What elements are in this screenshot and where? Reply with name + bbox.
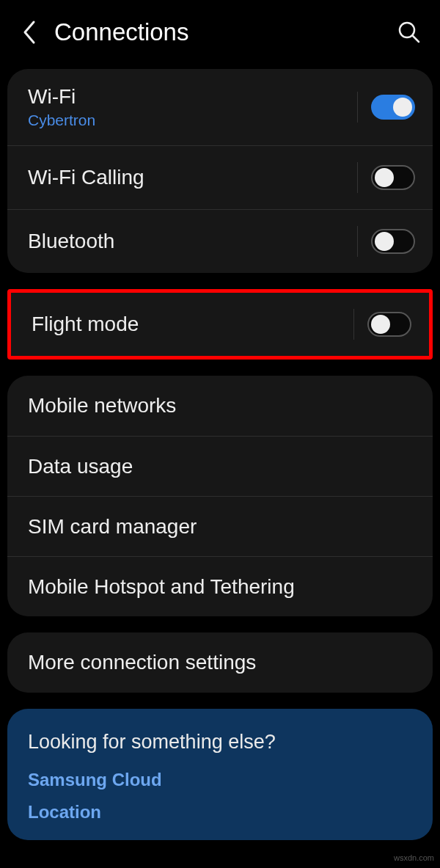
setting-bluetooth[interactable]: Bluetooth xyxy=(7,209,433,273)
chevron-left-icon xyxy=(21,20,37,45)
related-settings-card: Looking for something else? Samsung Clou… xyxy=(7,709,433,840)
header: Connections xyxy=(0,0,440,69)
bluetooth-label: Bluetooth xyxy=(28,230,357,253)
divider xyxy=(357,162,358,193)
connections-group-1: Wi-Fi Cybertron Wi-Fi Calling Bluetooth xyxy=(7,69,433,273)
svg-line-1 xyxy=(413,36,419,42)
setting-more-connection[interactable]: More connection settings xyxy=(7,632,433,693)
flight-mode-highlight: Flight mode xyxy=(7,289,433,360)
wifi-network-name: Cybertron xyxy=(28,112,357,129)
connections-group-2: Mobile networks Data usage SIM card mana… xyxy=(7,376,433,616)
bluetooth-toggle[interactable] xyxy=(371,229,415,254)
page-title: Connections xyxy=(54,18,393,46)
wifi-label: Wi-Fi xyxy=(28,85,357,109)
divider xyxy=(357,92,358,123)
setting-wifi[interactable]: Wi-Fi Cybertron xyxy=(7,69,433,145)
search-button[interactable] xyxy=(393,16,425,48)
mobile-networks-label: Mobile networks xyxy=(28,394,415,417)
divider xyxy=(357,226,358,257)
related-title: Looking for something else? xyxy=(28,731,412,754)
wifi-calling-toggle[interactable] xyxy=(371,165,415,190)
back-button[interactable] xyxy=(13,16,45,48)
setting-data-usage[interactable]: Data usage xyxy=(7,436,433,496)
setting-wifi-calling[interactable]: Wi-Fi Calling xyxy=(7,145,433,209)
more-connection-label: More connection settings xyxy=(28,651,415,674)
setting-mobile-hotspot[interactable]: Mobile Hotspot and Tethering xyxy=(7,556,433,616)
flight-mode-label: Flight mode xyxy=(32,313,353,336)
setting-mobile-networks[interactable]: Mobile networks xyxy=(7,376,433,436)
svg-point-0 xyxy=(400,23,414,37)
link-samsung-cloud[interactable]: Samsung Cloud xyxy=(28,770,412,790)
search-icon xyxy=(397,21,421,44)
divider xyxy=(353,309,354,340)
setting-flight-mode[interactable]: Flight mode xyxy=(11,293,429,356)
wifi-calling-label: Wi-Fi Calling xyxy=(28,166,357,189)
setting-sim-card-manager[interactable]: SIM card manager xyxy=(7,496,433,556)
mobile-hotspot-label: Mobile Hotspot and Tethering xyxy=(28,575,415,599)
flight-mode-toggle[interactable] xyxy=(367,312,411,337)
connections-group-3: More connection settings xyxy=(7,632,433,693)
sim-card-manager-label: SIM card manager xyxy=(28,515,415,539)
link-location[interactable]: Location xyxy=(28,802,412,823)
data-usage-label: Data usage xyxy=(28,455,415,478)
wifi-toggle[interactable] xyxy=(371,95,415,120)
watermark: wsxdn.com xyxy=(394,853,434,862)
